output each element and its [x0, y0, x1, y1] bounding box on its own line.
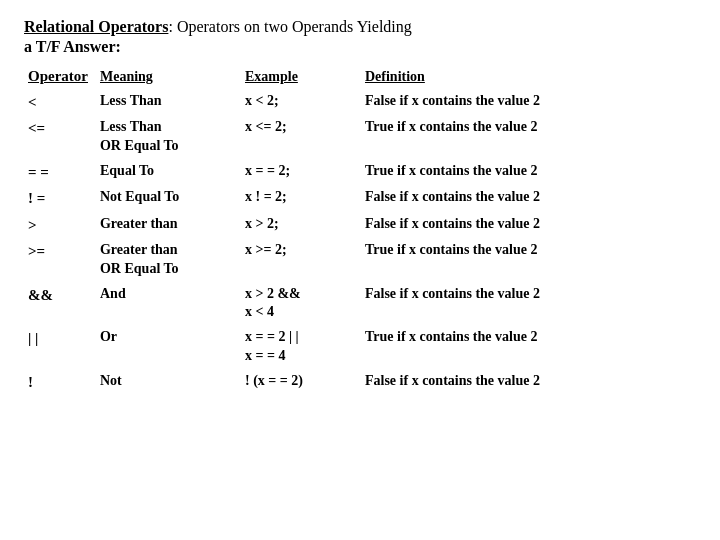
cell-operator: | | — [24, 325, 96, 369]
cell-operator: && — [24, 282, 96, 326]
cell-operator: = = — [24, 159, 96, 185]
cell-meaning: Less ThanOR Equal To — [96, 115, 241, 159]
cell-operator: <= — [24, 115, 96, 159]
cell-definition: True if x contains the value 2 — [361, 238, 696, 282]
table-row: !Not! (x = = 2)False if x contains the v… — [24, 369, 696, 395]
page-header: Relational Operators: Operators on two O… — [24, 18, 696, 56]
col-header-meaning: Meaning — [96, 66, 241, 89]
table-row: >=Greater thanOR Equal Tox >= 2;True if … — [24, 238, 696, 282]
cell-example: x ! = 2; — [241, 185, 361, 211]
cell-example: x > 2; — [241, 212, 361, 238]
cell-operator: ! — [24, 369, 96, 395]
cell-operator: ! = — [24, 185, 96, 211]
table-row: >Greater thanx > 2;False if x contains t… — [24, 212, 696, 238]
cell-example: x = = 2 | |x = = 4 — [241, 325, 361, 369]
cell-meaning: Greater thanOR Equal To — [96, 238, 241, 282]
cell-definition: True if x contains the value 2 — [361, 115, 696, 159]
table-row: = =Equal Tox = = 2;True if x contains th… — [24, 159, 696, 185]
cell-definition: True if x contains the value 2 — [361, 325, 696, 369]
cell-example: x < 2; — [241, 89, 361, 115]
cell-meaning: Equal To — [96, 159, 241, 185]
cell-meaning: Not — [96, 369, 241, 395]
table-row: <=Less ThanOR Equal Tox <= 2;True if x c… — [24, 115, 696, 159]
col-header-operator: Operator — [24, 66, 96, 89]
cell-definition: False if x contains the value 2 — [361, 369, 696, 395]
cell-example: x >= 2; — [241, 238, 361, 282]
operators-table: Operator Meaning Example Definition <Les… — [24, 66, 696, 395]
cell-example: x = = 2; — [241, 159, 361, 185]
cell-definition: True if x contains the value 2 — [361, 159, 696, 185]
cell-example: x > 2 &&x < 4 — [241, 282, 361, 326]
col-header-definition: Definition — [361, 66, 696, 89]
cell-meaning: Not Equal To — [96, 185, 241, 211]
page-container: Relational Operators: Operators on two O… — [24, 18, 696, 395]
header-colon-subtitle: : Operators on two Operands Yielding — [168, 18, 411, 35]
cell-example: x <= 2; — [241, 115, 361, 159]
cell-operator: < — [24, 89, 96, 115]
cell-definition: False if x contains the value 2 — [361, 212, 696, 238]
cell-operator: >= — [24, 238, 96, 282]
cell-definition: False if x contains the value 2 — [361, 282, 696, 326]
cell-definition: False if x contains the value 2 — [361, 89, 696, 115]
cell-operator: > — [24, 212, 96, 238]
table-header-row: Operator Meaning Example Definition — [24, 66, 696, 89]
cell-definition: False if x contains the value 2 — [361, 185, 696, 211]
cell-meaning: Less Than — [96, 89, 241, 115]
table-area: Operator Meaning Example Definition <Les… — [24, 66, 696, 395]
cell-meaning: Greater than — [96, 212, 241, 238]
table-row: ! =Not Equal Tox ! = 2;False if x contai… — [24, 185, 696, 211]
header-line2: a T/F Answer: — [24, 38, 696, 56]
cell-example: ! (x = = 2) — [241, 369, 361, 395]
header-title: Relational Operators — [24, 18, 168, 35]
table-row: <Less Thanx < 2;False if x contains the … — [24, 89, 696, 115]
table-row: &&Andx > 2 &&x < 4False if x contains th… — [24, 282, 696, 326]
table-row: | |Orx = = 2 | |x = = 4True if x contain… — [24, 325, 696, 369]
cell-meaning: Or — [96, 325, 241, 369]
col-header-example: Example — [241, 66, 361, 89]
cell-meaning: And — [96, 282, 241, 326]
